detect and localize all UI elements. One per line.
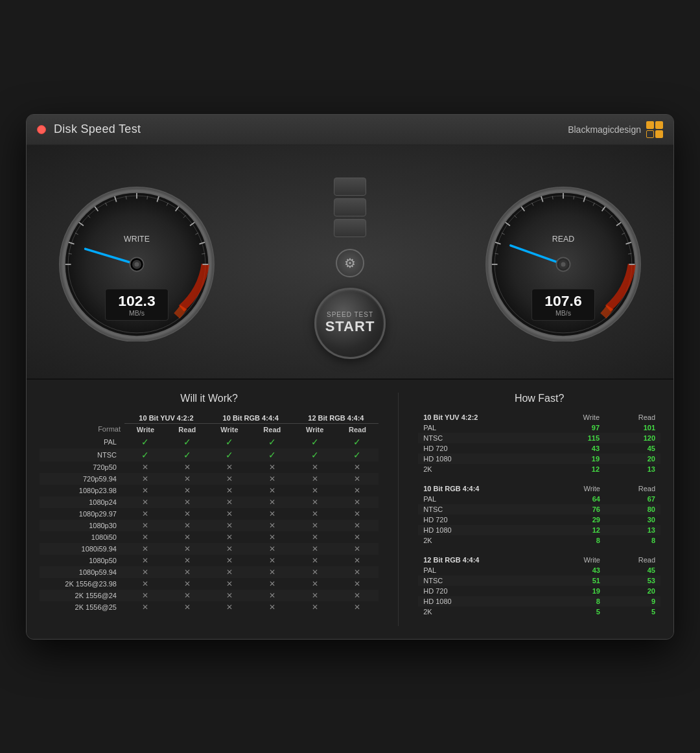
check-icon: ✓: [183, 450, 191, 460]
cross-icon: ✕: [226, 533, 233, 542]
check-cell: ✕: [336, 496, 379, 508]
table-row: 1080p29.97✕✕✕✕✕✕: [40, 508, 379, 520]
cross-icon: ✕: [354, 533, 360, 542]
hf-read-value: 53: [605, 575, 660, 586]
brand-square-2: [655, 121, 663, 129]
hf-header: 10 Bit RGB 4:4:4: [418, 483, 551, 494]
how-fast-sections: 10 Bit YUV 4:2:2WriteReadPAL97101NTSC115…: [418, 412, 660, 617]
format-btn-3[interactable]: [334, 219, 366, 237]
check-cell: ✕: [208, 566, 251, 578]
hf-read-value: 101: [605, 423, 660, 433]
rgb12bit-write-header: Write: [294, 423, 336, 435]
cross-icon: ✕: [226, 579, 233, 588]
check-cell: ✕: [208, 520, 251, 531]
check-cell: ✕: [167, 578, 208, 590]
settings-button[interactable]: ⚙: [336, 249, 364, 277]
hf-header: Read: [605, 483, 660, 494]
format-col-header: [40, 412, 124, 424]
check-cell: ✓: [124, 448, 167, 461]
hf-row: HD 10801920: [418, 454, 660, 464]
cross-icon: ✕: [312, 533, 318, 542]
hf-write-value: 8: [552, 535, 605, 546]
will-it-work-table: 10 Bit YUV 4:2:2 10 Bit RGB 4:4:4 12 Bit…: [40, 412, 379, 613]
will-it-work-panel: Will it Work? 10 Bit YUV 4:2:2 10 Bit RG…: [40, 393, 379, 626]
hf-header: Write: [552, 483, 605, 494]
hf-write-value: 19: [550, 454, 605, 464]
table-row: 1080i59.94✕✕✕✕✕✕: [40, 543, 379, 555]
hf-read-value: 8: [605, 535, 660, 546]
svg-text:102.3: 102.3: [118, 292, 155, 309]
data-section: Will it Work? 10 Bit YUV 4:2:2 10 Bit RG…: [27, 380, 673, 639]
check-cell: ✕: [251, 555, 294, 566]
check-icon: ✓: [183, 437, 191, 447]
check-cell: ✕: [167, 461, 208, 473]
cross-icon: ✕: [142, 556, 148, 565]
hf-write-value: 64: [552, 494, 605, 504]
format-name-cell: 1080p30: [40, 520, 124, 531]
hf-row: 2K55: [418, 607, 660, 617]
hf-read-value: 67: [605, 494, 660, 504]
cross-icon: ✕: [184, 544, 191, 553]
cross-icon: ✕: [226, 556, 233, 565]
hf-format-name: HD 720: [418, 443, 550, 454]
check-cell: ✕: [294, 496, 336, 508]
cross-icon: ✕: [312, 498, 318, 507]
table-row: NTSC✓✓✓✓✓✓: [40, 448, 379, 461]
check-cell: ✕: [251, 461, 294, 473]
rgb444-write-header: Write: [208, 423, 251, 435]
svg-text:WRITE: WRITE: [124, 235, 150, 244]
check-cell: ✕: [294, 473, 336, 485]
hf-format-name: PAL: [418, 565, 551, 575]
hf-write-value: 97: [550, 423, 605, 433]
check-cell: ✓: [336, 435, 379, 448]
format-name-cell: 1080i50: [40, 531, 124, 543]
check-cell: ✕: [251, 543, 294, 555]
hf-read-value: 45: [605, 443, 660, 454]
hf-read-value: 9: [605, 596, 660, 607]
check-icon: ✓: [141, 450, 149, 460]
format-name-cell: 2K 1556@23.98: [40, 578, 124, 590]
hf-table: 10 Bit RGB 4:4:4WriteReadPAL6467NTSC7680…: [418, 483, 660, 546]
cross-icon: ✕: [142, 474, 148, 483]
hf-read-value: 45: [605, 565, 660, 575]
hf-read-value: 13: [605, 464, 660, 474]
check-cell: ✓: [336, 448, 379, 461]
format-name-cell: 2K 1556@25: [40, 601, 124, 613]
cross-icon: ✕: [312, 556, 318, 565]
table-row: 720p50✕✕✕✕✕✕: [40, 461, 379, 473]
format-name-cell: 2K 1556@24: [40, 590, 124, 601]
close-button[interactable]: [37, 125, 46, 134]
format-btn-1[interactable]: [334, 178, 366, 196]
cross-icon: ✕: [354, 544, 360, 553]
brand-squares: [646, 121, 663, 138]
hf-table: 10 Bit YUV 4:2:2WriteReadPAL97101NTSC115…: [418, 412, 660, 474]
check-cell: ✕: [336, 543, 379, 555]
cross-icon: ✕: [312, 579, 318, 588]
cross-icon: ✕: [354, 591, 360, 600]
check-icon: ✓: [311, 450, 319, 460]
hf-read-value: 20: [605, 454, 660, 464]
cross-icon: ✕: [269, 579, 275, 588]
title-bar-left: Disk Speed Test: [37, 122, 141, 136]
cross-icon: ✕: [354, 486, 360, 495]
brand-name: Blackmagicdesign: [568, 124, 641, 135]
cross-icon: ✕: [269, 486, 275, 495]
format-btn-2[interactable]: [334, 198, 366, 216]
check-cell: ✕: [167, 520, 208, 531]
check-icon: ✓: [353, 437, 361, 447]
hf-row: NTSC115120: [418, 433, 660, 443]
hf-section: 10 Bit RGB 4:4:4WriteReadPAL6467NTSC7680…: [418, 483, 660, 546]
col-group-rgb444: 10 Bit RGB 4:4:4: [208, 412, 294, 424]
cross-icon: ✕: [184, 556, 191, 565]
cross-icon: ✕: [312, 509, 318, 518]
cross-icon: ✕: [226, 544, 233, 553]
read-gauge-wrapper: READ 107.6 MB/s: [466, 181, 660, 342]
cross-icon: ✕: [142, 533, 148, 542]
cross-icon: ✕: [269, 474, 275, 483]
cross-icon: ✕: [269, 591, 275, 600]
cross-icon: ✕: [354, 509, 360, 518]
check-cell: ✕: [336, 601, 379, 613]
check-icon: ✓: [226, 450, 233, 460]
start-button[interactable]: SPEED TEST START: [314, 288, 386, 359]
hf-row: HD 7202930: [418, 515, 660, 525]
